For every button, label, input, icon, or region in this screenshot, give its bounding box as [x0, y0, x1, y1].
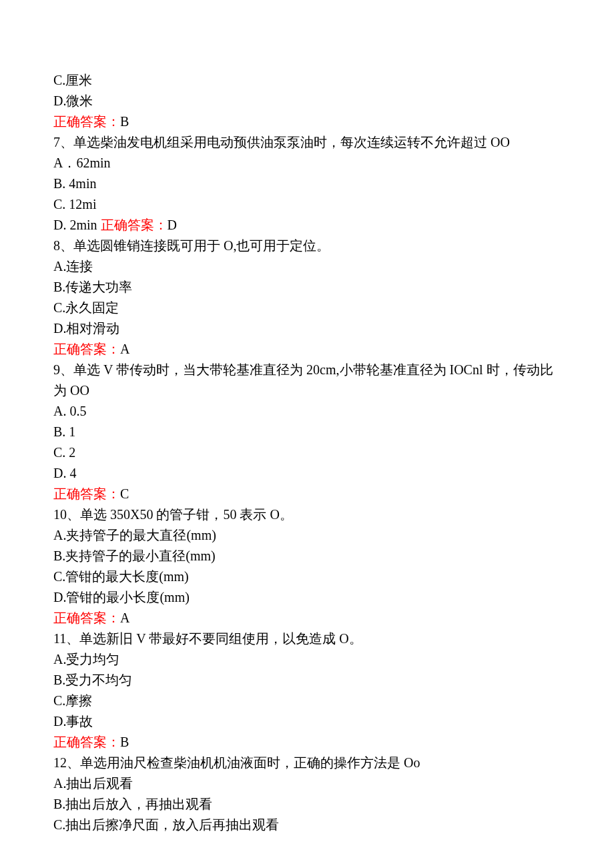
- answer-label: 正确答案：: [53, 114, 120, 129]
- text-line: D.管钳的最小长度(mm): [53, 587, 561, 608]
- text-line: 正确答案：C: [53, 484, 561, 504]
- answer-value: A: [120, 342, 129, 356]
- answer-value: D: [168, 218, 177, 232]
- line-text: B.受力不均匀: [53, 673, 132, 687]
- text-line: C.永久固定: [53, 298, 561, 318]
- line-text: C.永久固定: [53, 300, 119, 315]
- line-text: B.夹持管子的最小直径(mm): [53, 548, 216, 563]
- text-line: A.受力均匀: [53, 649, 561, 670]
- answer-label: 正确答案：: [53, 735, 120, 749]
- text-line: D. 4: [53, 463, 561, 484]
- line-text: B.抽出后放入，再抽出观看: [53, 797, 212, 811]
- answer-label: 正确答案：: [53, 342, 120, 356]
- text-line: A.夹持管子的最大直径(mm): [53, 525, 561, 546]
- text-line: B. 4min: [53, 173, 561, 194]
- answer-label: 正确答案：: [101, 218, 168, 232]
- line-text: D.事故: [53, 714, 93, 729]
- text-line: 正确答案：B: [53, 732, 561, 753]
- line-text: C. 2: [53, 445, 75, 460]
- text-line: 10、单选 350X50 的管子钳，50 表示 O。: [53, 504, 561, 525]
- text-line: D. 2min 正确答案：D: [53, 215, 561, 236]
- answer-label: 正确答案：: [53, 610, 120, 625]
- text-line: D.相对滑动: [53, 318, 561, 339]
- line-text: A.连接: [53, 259, 93, 274]
- line-text: 9、单选 V 带传动时，当大带轮基准直径为 20cm,小带轮基准直径为 IOCn…: [53, 362, 553, 398]
- text-line: C.管钳的最大长度(mm): [53, 566, 561, 587]
- line-text: C.厘米: [53, 73, 92, 87]
- text-line: 9、单选 V 带传动时，当大带轮基准直径为 20cm,小带轮基准直径为 IOCn…: [53, 360, 561, 401]
- answer-value: A: [120, 610, 129, 625]
- text-line: A. 0.5: [53, 401, 561, 422]
- text-line: B. 1: [53, 422, 561, 442]
- line-text: C.抽出后擦净尺面，放入后再抽出观看: [53, 817, 279, 832]
- text-line: A.抽出后观看: [53, 773, 561, 794]
- line-text: B. 4min: [53, 176, 96, 191]
- text-line: C. 12mi: [53, 194, 561, 215]
- line-text: C. 12mi: [53, 197, 96, 211]
- line-text: D.相对滑动: [53, 321, 119, 336]
- text-line: 正确答案：B: [53, 111, 561, 132]
- text-line: 8、单选圆锥销连接既可用于 O,也可用于定位。: [53, 236, 561, 256]
- text-line: 11、单选新旧 V 带最好不要同组使用，以免造成 O。: [53, 628, 561, 649]
- line-text: D. 2min: [53, 218, 101, 232]
- line-text: C.管钳的最大长度(mm): [53, 569, 189, 584]
- line-text: B. 1: [53, 424, 75, 439]
- line-text: 10、单选 350X50 的管子钳，50 表示 O。: [53, 507, 293, 522]
- text-line: 正确答案：A: [53, 339, 561, 360]
- line-text: A.抽出后观看: [53, 776, 133, 791]
- text-line: A．62min: [53, 153, 561, 173]
- text-line: B.受力不均匀: [53, 670, 561, 691]
- answer-label: 正确答案：: [53, 486, 120, 501]
- text-line: D.微米: [53, 91, 561, 111]
- text-line: 正确答案：A: [53, 608, 561, 628]
- line-text: B.传递大功率: [53, 280, 132, 294]
- text-line: 12、单选用油尺检查柴油机机油液面时，正确的操作方法是 Oo: [53, 753, 561, 773]
- text-line: C.厘米: [53, 70, 561, 91]
- line-text: A.夹持管子的最大直径(mm): [53, 528, 216, 542]
- line-text: 12、单选用油尺检查柴油机机油液面时，正确的操作方法是 Oo: [53, 755, 420, 770]
- text-line: 7、单选柴油发电机组采用电动预供油泵泵油时，每次连续运转不允许超过 OO: [53, 132, 561, 153]
- answer-value: B: [120, 735, 129, 749]
- text-line: B.抽出后放入，再抽出观看: [53, 794, 561, 815]
- text-line: C. 2: [53, 442, 561, 463]
- text-line: A.连接: [53, 256, 561, 277]
- line-text: 11、单选新旧 V 带最好不要同组使用，以免造成 O。: [53, 631, 362, 646]
- text-line: D.事故: [53, 711, 561, 732]
- text-line: C.抽出后擦净尺面，放入后再抽出观看: [53, 815, 561, 835]
- text-line: B.传递大功率: [53, 277, 561, 298]
- line-text: 8、单选圆锥销连接既可用于 O,也可用于定位。: [53, 238, 330, 253]
- line-text: D. 4: [53, 466, 76, 480]
- line-text: A.受力均匀: [53, 652, 119, 667]
- answer-value: B: [120, 114, 129, 129]
- line-text: A．62min: [53, 155, 111, 170]
- line-text: C.摩擦: [53, 693, 92, 708]
- line-text: 7、单选柴油发电机组采用电动预供油泵泵油时，每次连续运转不允许超过 OO: [53, 135, 510, 149]
- text-line: C.摩擦: [53, 691, 561, 711]
- document-page: C.厘米D.微米正确答案：B7、单选柴油发电机组采用电动预供油泵泵油时，每次连续…: [0, 0, 614, 868]
- line-text: D.管钳的最小长度(mm): [53, 590, 190, 604]
- answer-value: C: [120, 486, 129, 501]
- line-text: D.微米: [53, 93, 93, 108]
- text-line: B.夹持管子的最小直径(mm): [53, 546, 561, 566]
- line-text: A. 0.5: [53, 404, 86, 418]
